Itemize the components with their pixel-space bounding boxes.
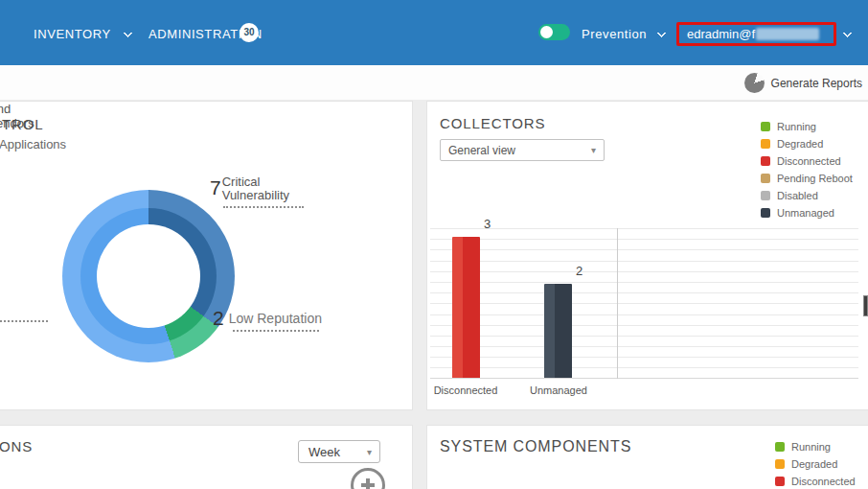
legend-item: Unmanaged (761, 204, 853, 221)
collectors-title: COLLECTORS (440, 115, 545, 131)
critical-count: 7 (210, 175, 221, 200)
bottom-left-panel: ONS Week ▾ (0, 425, 413, 489)
legend-swatch-degraded (775, 459, 785, 469)
legend-item: Running (775, 438, 856, 455)
legend-item: Disabled (761, 187, 853, 204)
inventory-label: INVENTORY (34, 27, 111, 41)
x-axis-line (430, 378, 858, 379)
legend-item: Degraded (775, 455, 856, 473)
system-components-title: SYSTEM COMPONENTS (440, 438, 631, 455)
prevention-toggle[interactable] (538, 24, 570, 40)
legend-item: Running (761, 118, 853, 135)
system-components-legend: Running Degraded Disconnected (775, 438, 856, 489)
period-selected-value: Week (308, 445, 340, 459)
user-menu-chevron-icon[interactable] (843, 29, 853, 38)
prevention-mode-menu[interactable]: Prevention (582, 27, 665, 41)
bar-value-unmanaged: 2 (576, 264, 582, 278)
panel-title-partial: ONS (0, 438, 33, 454)
report-pie-icon (744, 73, 765, 93)
chevron-down-icon (123, 29, 132, 38)
prevention-label: Prevention (582, 27, 647, 41)
system-components-panel: SYSTEM COMPONENTS Running Degraded Disco… (426, 425, 868, 489)
generate-reports-button[interactable]: Generate Reports (744, 73, 862, 93)
legend-swatch-degraded (761, 139, 770, 149)
period-dropdown[interactable]: Week ▾ (298, 440, 380, 463)
callout-vendors[interactable]: And Vendors (0, 102, 412, 130)
toolbar-strip: Generate Reports (0, 65, 868, 100)
panel-subtitle: Applications (0, 137, 66, 151)
collectors-panel: COLLECTORS General view ▾ Running Degrad… (426, 101, 868, 410)
legend-swatch-pending-reboot (761, 174, 770, 183)
callout-low-reputation[interactable]: 2 Low Reputation (213, 306, 322, 331)
collectors-bar-chart[interactable]: 3 2 Disconnected Unmanaged (430, 228, 858, 379)
bar-unmanaged[interactable] (544, 284, 572, 378)
dotted-leader-line (223, 206, 304, 208)
top-navigation-bar: INVENTORY ADMINISTRATION 30 Prevention e… (0, 0, 868, 65)
applications-donut-chart[interactable] (62, 190, 235, 362)
legend-swatch-unmanaged (761, 208, 770, 218)
redacted-email-blur (756, 28, 819, 40)
low-reputation-count: 2 (213, 306, 224, 331)
generate-reports-label: Generate Reports (771, 77, 862, 90)
dotted-leader-line (233, 330, 319, 332)
view-selected-value: General view (448, 144, 515, 157)
legend-swatch-running (775, 442, 785, 452)
plot-divider-line (617, 228, 618, 379)
legend-swatch-disconnected (775, 477, 785, 486)
critical-label: Critical Vulnerability (222, 175, 289, 202)
legend-swatch-disabled (761, 191, 770, 200)
low-reputation-label: Low Reputation (229, 312, 322, 325)
bar-disconnected[interactable] (452, 237, 480, 378)
scrollbar-thumb[interactable] (863, 295, 868, 316)
dotted-leader-line (0, 320, 48, 322)
panel-title-partial: TROL (2, 116, 44, 132)
legend-item: Disconnected (775, 473, 856, 489)
user-account-highlighted-box[interactable]: edradmin@f (676, 22, 836, 46)
zoom-in-icon[interactable] (351, 468, 385, 489)
app-control-panel: TROL Applications 7 Critical Vulnerabili… (0, 101, 413, 410)
x-tick-unmanaged: Unmanaged (520, 384, 597, 396)
collectors-view-dropdown[interactable]: General view ▾ (440, 139, 605, 161)
legend-item: Disconnected (761, 152, 853, 170)
administration-count-badge: 30 (240, 23, 259, 42)
x-tick-disconnected: Disconnected (427, 384, 504, 396)
dropdown-caret-icon: ▾ (591, 145, 596, 155)
legend-swatch-disconnected (761, 156, 770, 166)
callout-critical-vulnerability[interactable]: 7 Critical Vulnerability (210, 175, 289, 202)
legend-item: Degraded (761, 135, 853, 152)
collectors-legend: Running Degraded Disconnected Pending Re… (761, 118, 853, 221)
dropdown-caret-icon: ▾ (367, 447, 372, 457)
nav-inventory[interactable]: INVENTORY (34, 27, 131, 41)
legend-swatch-running (761, 122, 770, 131)
donut-hole (97, 224, 200, 328)
user-email: edradmin@f (687, 27, 755, 41)
bar-value-disconnected: 3 (484, 217, 491, 231)
chevron-down-icon (657, 29, 667, 38)
legend-item: Pending Reboot (761, 170, 853, 187)
